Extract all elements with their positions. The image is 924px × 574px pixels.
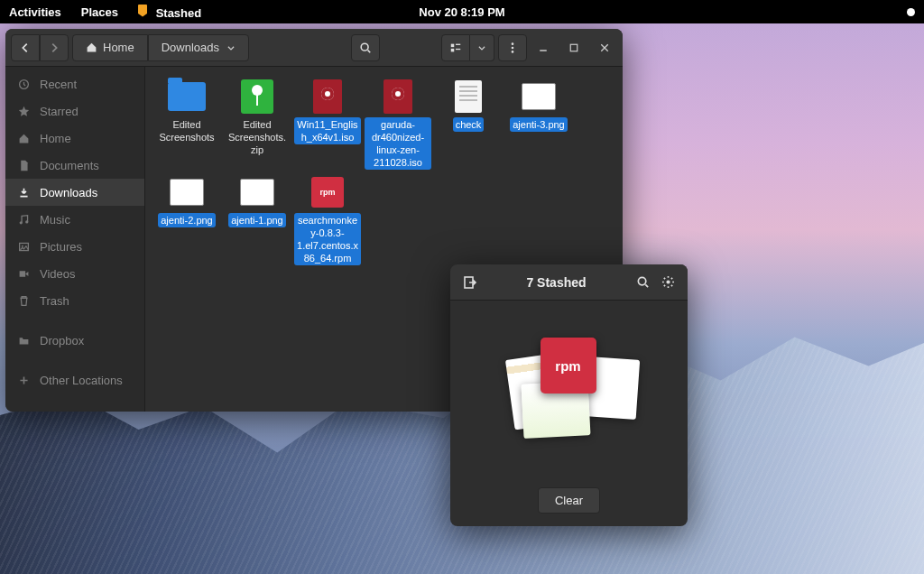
star-icon (18, 106, 31, 117)
list-icon (449, 42, 462, 54)
clock-icon (18, 79, 31, 90)
sidebar-item-label: Other Locations (40, 374, 123, 387)
stashed-indicator[interactable]: Stashed (138, 5, 201, 20)
picture-icon (18, 241, 31, 253)
arrow-left-icon (19, 42, 32, 54)
status-menu[interactable] (907, 8, 915, 16)
home-icon (86, 42, 97, 53)
stash-preview[interactable]: rpm (450, 301, 688, 474)
file-item[interactable]: Win11_English_x64v1.iso (293, 78, 362, 170)
path-current[interactable]: Downloads (148, 34, 249, 61)
sidebar-item-pictures[interactable]: Pictures (5, 233, 144, 260)
svg-rect-9 (570, 44, 578, 51)
svg-rect-1 (451, 43, 455, 47)
window-controls (531, 35, 617, 60)
nav-buttons (11, 34, 69, 61)
sidebar-item-recent[interactable]: Recent (5, 70, 144, 97)
sidebar-item-downloads[interactable]: Downloads (5, 179, 144, 206)
file-label: ajenti-1.png (228, 213, 286, 227)
sidebar-item-label: Recent (40, 78, 77, 91)
search-button[interactable] (351, 34, 380, 61)
file-item[interactable]: Edited Screenshots.zip (223, 78, 291, 170)
sidebar-item-dropbox[interactable]: Dropbox (5, 327, 144, 354)
stash-icon (138, 5, 147, 17)
gnome-top-bar: Activities Places Stashed Nov 20 8:19 PM (0, 0, 924, 23)
stash-settings-button[interactable] (655, 270, 680, 295)
file-item[interactable]: ajenti-1.png (223, 173, 291, 265)
svg-rect-3 (456, 43, 460, 44)
sidebar-item-other[interactable]: Other Locations (5, 366, 144, 393)
svg-point-17 (638, 277, 645, 284)
sidebar-item-label: Videos (40, 267, 76, 281)
svg-point-5 (512, 42, 514, 45)
stash-search-button[interactable] (630, 270, 655, 295)
files-titlebar: Home Downloads (5, 29, 623, 67)
sidebar-item-label: Documents (40, 159, 99, 172)
svg-point-11 (20, 221, 23, 224)
music-icon (18, 214, 31, 226)
path-home[interactable]: Home (72, 34, 148, 61)
stash-titlebar: 7 Stashed (450, 264, 688, 301)
folder-icon (18, 335, 31, 347)
sidebar-item-trash[interactable]: Trash (5, 287, 144, 314)
file-label: ajenti-3.png (510, 117, 568, 132)
forward-button[interactable] (40, 34, 69, 61)
svg-point-14 (22, 245, 23, 246)
svg-point-0 (361, 43, 368, 51)
stash-footer: Clear (450, 474, 688, 526)
file-label: searchmonkey-0.8.3-1.el7.centos.x86_64.r… (294, 213, 361, 265)
close-button[interactable] (592, 35, 617, 60)
file-label: Win11_English_x64v1.iso (294, 117, 361, 144)
file-item[interactable]: rpmsearchmonkey-0.8.3-1.el7.centos.x86_6… (293, 173, 362, 265)
svg-rect-8 (540, 50, 547, 51)
sidebar-item-label: Trash (40, 294, 69, 308)
stashed-label: Stashed (156, 6, 202, 20)
svg-point-7 (512, 51, 514, 53)
sidebar-item-music[interactable]: Music (5, 206, 144, 233)
file-item[interactable]: ajenti-2.png (152, 173, 221, 265)
view-buttons (441, 34, 494, 61)
sidebar-item-label: Dropbox (40, 334, 84, 347)
back-button[interactable] (11, 34, 40, 61)
view-toggle-button[interactable] (441, 34, 470, 61)
file-item[interactable]: ajenti-3.png (504, 78, 573, 170)
file-label: ajenti-2.png (158, 213, 216, 227)
arrow-right-icon (48, 42, 60, 54)
sidebar-item-videos[interactable]: Videos (5, 260, 144, 287)
file-label: Edited Screenshots (153, 117, 220, 144)
video-icon (18, 268, 31, 280)
text-file-icon (455, 80, 482, 113)
path-bar: Home Downloads (72, 34, 249, 61)
chevron-down-icon (226, 43, 236, 52)
sidebar-item-label: Downloads (40, 186, 97, 199)
disc-image-icon (313, 79, 342, 114)
trash-icon (18, 295, 31, 307)
activities-button[interactable]: Activities (9, 5, 61, 19)
search-icon (359, 42, 372, 54)
clear-button[interactable]: Clear (538, 487, 600, 514)
disc-image-icon (383, 79, 412, 114)
minimize-button[interactable] (531, 35, 556, 60)
stash-thumb-rpm: rpm (541, 338, 596, 393)
home-icon (18, 133, 31, 144)
file-label: garuda-dr460nized-linux-zen-211028.iso (365, 117, 431, 170)
view-options-button[interactable] (470, 34, 494, 61)
sidebar-item-documents[interactable]: Documents (5, 152, 144, 179)
sidebar-item-starred[interactable]: Starred (5, 97, 144, 125)
plus-icon (18, 375, 31, 386)
menu-button[interactable] (498, 34, 527, 61)
path-current-label: Downloads (162, 41, 219, 54)
places-menu[interactable]: Places (81, 5, 118, 19)
folder-icon (168, 82, 206, 111)
stash-import-button[interactable] (457, 270, 483, 295)
svg-point-6 (512, 46, 514, 49)
file-label: check (453, 117, 485, 132)
sidebar-item-home[interactable]: Home (5, 125, 144, 152)
maximize-button[interactable] (561, 35, 587, 60)
file-item[interactable]: Edited Screenshots (152, 78, 221, 170)
stash-pile: rpm (506, 338, 633, 437)
file-item[interactable]: check (434, 78, 503, 170)
stash-title: 7 Stashed (483, 275, 630, 290)
file-item[interactable]: garuda-dr460nized-linux-zen-211028.iso (364, 78, 432, 170)
archive-icon (241, 79, 273, 114)
